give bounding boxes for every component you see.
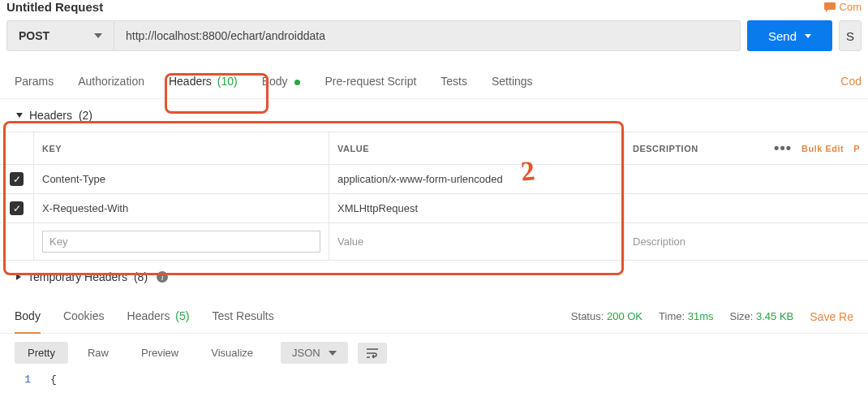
tab-tests[interactable]: Tests [440, 64, 467, 98]
th-value: VALUE [329, 132, 625, 165]
chevron-down-icon [805, 34, 811, 38]
comments-link[interactable]: Com [823, 1, 862, 13]
format-visualize[interactable]: Visualize [198, 342, 266, 364]
tab-headers-label: Headers [169, 75, 212, 88]
code-text: { [50, 374, 57, 386]
header-value-cell[interactable]: XMLHttpRequest [329, 194, 625, 223]
format-pretty[interactable]: Pretty [15, 342, 68, 364]
headers-table: KEY VALUE DESCRIPTION ••• Bulk Edit P ✓ … [0, 132, 868, 261]
new-value-cell[interactable]: Value [329, 223, 625, 261]
response-tab-headers-count: (5) [175, 309, 189, 322]
status-value: 200 OK [607, 310, 642, 322]
presets-link[interactable]: P [853, 144, 860, 153]
row-checkbox-cell [0, 223, 34, 261]
chevron-right-icon [16, 274, 21, 280]
tab-body[interactable]: Body [262, 64, 301, 98]
tab-headers[interactable]: Headers (10) [169, 64, 238, 98]
http-method-value: POST [19, 29, 49, 42]
tab-params[interactable]: Params [15, 64, 54, 98]
new-key-cell[interactable] [34, 223, 329, 261]
content-type-value: JSON [292, 347, 320, 359]
send-button[interactable]: Send [747, 20, 832, 51]
wrap-icon [366, 348, 379, 359]
status-block: Status: 200 OK [571, 310, 642, 322]
row-checkbox-cell: ✓ [0, 194, 34, 223]
request-title: Untitled Request [6, 0, 103, 14]
headers-section-count: (2) [79, 109, 92, 122]
tab-authorization[interactable]: Authorization [78, 64, 144, 98]
headers-section-toggle[interactable]: Headers (2) [0, 99, 868, 132]
header-desc-cell[interactable] [625, 165, 868, 194]
tab-settings[interactable]: Settings [492, 64, 533, 98]
header-value-cell[interactable]: application/x-www-form-urlencoded [329, 165, 625, 194]
header-key-cell[interactable]: Content-Type [34, 165, 329, 194]
response-tab-cookies[interactable]: Cookies [63, 300, 105, 333]
wrap-toggle-button[interactable] [358, 343, 387, 364]
more-icon[interactable]: ••• [774, 140, 792, 157]
response-tab-headers[interactable]: Headers (5) [127, 300, 190, 333]
size-value: 3.45 KB [756, 310, 793, 322]
chevron-down-icon [94, 33, 102, 38]
chevron-down-icon [16, 113, 23, 118]
chevron-down-icon [329, 351, 337, 356]
response-tab-body[interactable]: Body [15, 300, 41, 334]
response-body[interactable]: 1 { [0, 372, 868, 387]
size-block: Size: 3.45 KB [730, 310, 794, 322]
save-button[interactable]: S [839, 20, 862, 51]
th-key: KEY [34, 132, 329, 165]
send-button-label: Send [768, 29, 797, 43]
th-checkbox [0, 132, 34, 165]
tab-headers-count: (10) [217, 75, 238, 88]
http-method-select[interactable]: POST [6, 20, 114, 51]
row-checkbox[interactable]: ✓ [10, 201, 24, 215]
save-response-link[interactable]: Save Re [810, 310, 853, 323]
bulk-edit-link[interactable]: Bulk Edit [801, 144, 844, 153]
tab-body-label: Body [262, 75, 288, 88]
format-preview[interactable]: Preview [128, 342, 191, 364]
body-indicator-dot [294, 80, 300, 85]
content-type-select[interactable]: JSON [281, 342, 348, 364]
response-tab-headers-label: Headers [127, 309, 170, 322]
line-number: 1 [15, 374, 31, 386]
info-icon[interactable]: i [157, 271, 168, 283]
row-checkbox-cell: ✓ [0, 165, 34, 194]
tab-prerequest[interactable]: Pre-request Script [324, 64, 416, 98]
headers-section-label: Headers [29, 109, 72, 122]
url-input[interactable] [114, 20, 741, 51]
row-checkbox[interactable]: ✓ [10, 172, 24, 186]
time-value: 31ms [688, 310, 714, 322]
new-desc-cell[interactable]: Description [625, 223, 868, 261]
header-key-cell[interactable]: X-Requested-With [34, 194, 329, 223]
format-raw[interactable]: Raw [75, 342, 122, 364]
temp-headers-count: (8) [134, 270, 148, 283]
th-description: DESCRIPTION [633, 144, 698, 153]
time-block: Time: 31ms [659, 310, 713, 322]
new-key-input[interactable] [42, 231, 320, 253]
th-description-actions: DESCRIPTION ••• Bulk Edit P [625, 132, 868, 165]
header-desc-cell[interactable] [625, 194, 868, 223]
comment-icon [823, 2, 836, 13]
response-tab-results[interactable]: Test Results [212, 300, 273, 333]
temp-headers-label: Temporary Headers [28, 270, 127, 283]
comments-label: Com [840, 1, 862, 13]
code-link[interactable]: Cod [840, 64, 862, 98]
temp-headers-toggle[interactable]: Temporary Headers (8) i [0, 261, 868, 293]
